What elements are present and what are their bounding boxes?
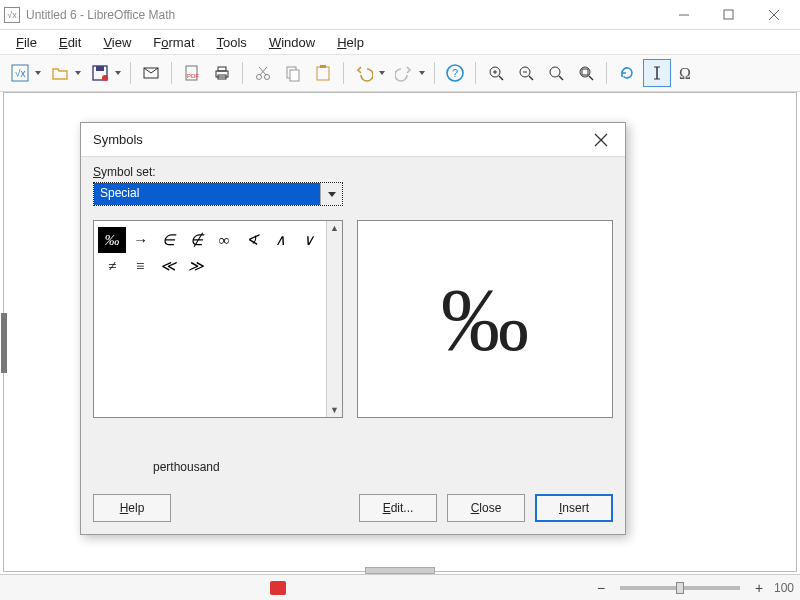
symbol-preview: ‰ (357, 220, 613, 418)
svg-line-31 (559, 76, 563, 80)
splitter-handle[interactable] (365, 567, 435, 574)
svg-point-16 (265, 75, 270, 80)
symbol-notequal[interactable]: ≠ (98, 253, 126, 279)
zoom-in-button[interactable] (482, 59, 510, 87)
cut-icon (254, 64, 272, 82)
symbol-grid-scrollbar[interactable]: ▲ ▼ (326, 221, 342, 417)
symbol-and[interactable]: ∧ (266, 227, 294, 253)
dialog-close-button[interactable] (589, 128, 613, 152)
scroll-up-icon: ▲ (330, 221, 339, 235)
redo-button[interactable] (390, 59, 428, 87)
symbol-element[interactable]: ∈ (154, 227, 182, 253)
help-button[interactable]: ? (441, 59, 469, 87)
menu-tools[interactable]: Tools (207, 32, 257, 53)
svg-text:√x: √x (15, 68, 26, 79)
help-button[interactable]: Help (93, 494, 171, 522)
export-pdf-button[interactable]: PDF (178, 59, 206, 87)
zoom-value[interactable]: 100 (774, 581, 794, 595)
symbol-set-value: Special (94, 183, 320, 205)
zoom-slider[interactable] (620, 586, 740, 590)
zoom-out-icon (517, 64, 535, 82)
dialog-titlebar: Symbols (81, 123, 625, 157)
undo-button[interactable] (350, 59, 388, 87)
folder-open-icon (51, 64, 69, 82)
svg-line-28 (529, 76, 533, 80)
copy-button[interactable] (279, 59, 307, 87)
svg-line-24 (499, 76, 503, 80)
zoom-in-status-button[interactable]: + (752, 580, 766, 596)
mail-icon (142, 64, 160, 82)
symbol-set-label: Symbol set: (93, 165, 613, 179)
symbol-set-combo[interactable]: Special (93, 182, 343, 206)
help-icon: ? (445, 63, 465, 83)
zoom-100-button[interactable] (542, 59, 570, 87)
insert-button[interactable]: Insert (535, 494, 613, 522)
zoom-out-button[interactable] (512, 59, 540, 87)
toolbar-separator (343, 62, 344, 84)
symbol-tendto[interactable]: → (126, 227, 154, 253)
refresh-button[interactable] (613, 59, 641, 87)
app-icon: √x (4, 7, 20, 23)
zoom-fit-button[interactable] (572, 59, 600, 87)
scroll-down-icon: ▼ (330, 403, 339, 417)
svg-rect-7 (96, 66, 104, 71)
status-bar: − + 100 (0, 574, 800, 600)
svg-rect-34 (582, 69, 588, 75)
combo-dropdown-button[interactable] (320, 183, 342, 205)
symbols-dialog: Symbols Symbol set: Special ‰→∈∉∞∢∧∨≠≡≪≫… (80, 122, 626, 535)
new-button[interactable]: √x (6, 59, 44, 87)
redo-icon (395, 64, 413, 82)
paste-button[interactable] (309, 59, 337, 87)
symbol-or[interactable]: ∨ (294, 227, 322, 253)
close-icon (768, 9, 780, 21)
zoom-in-icon (487, 64, 505, 82)
menu-view[interactable]: View (93, 32, 141, 53)
menu-format[interactable]: Format (143, 32, 204, 53)
toolbar-separator (242, 62, 243, 84)
window-minimize-button[interactable] (661, 0, 706, 30)
menu-file[interactable]: File (6, 32, 47, 53)
symbol-noelement[interactable]: ∉ (182, 227, 210, 253)
copy-icon (284, 64, 302, 82)
omega-icon: Ω (677, 64, 697, 82)
formula-cursor-button[interactable] (643, 59, 671, 87)
window-maximize-button[interactable] (706, 0, 751, 30)
symbol-angle[interactable]: ∢ (238, 227, 266, 253)
symbol-identical[interactable]: ≡ (126, 253, 154, 279)
svg-text:Ω: Ω (679, 65, 691, 82)
svg-rect-1 (724, 10, 733, 19)
svg-line-33 (589, 76, 593, 80)
print-button[interactable] (208, 59, 236, 87)
svg-point-8 (102, 75, 108, 81)
symbol-strictlygreaterthan[interactable]: ≫ (182, 253, 210, 279)
mail-button[interactable] (137, 59, 165, 87)
symbol-strictlylessthan[interactable]: ≪ (154, 253, 182, 279)
sidebar-handle[interactable] (1, 313, 7, 373)
save-button[interactable] (86, 59, 124, 87)
menu-bar: File Edit View Format Tools Window Help (0, 30, 800, 54)
refresh-icon (618, 64, 636, 82)
menu-edit[interactable]: Edit (49, 32, 91, 53)
toolbar-separator (475, 62, 476, 84)
open-button[interactable] (46, 59, 84, 87)
standard-toolbar: √x PDF ? (0, 54, 800, 92)
zoom-out-status-button[interactable]: − (594, 580, 608, 596)
cut-button[interactable] (249, 59, 277, 87)
edit-button[interactable]: Edit... (359, 494, 437, 522)
undo-icon (355, 64, 373, 82)
menu-help[interactable]: Help (327, 32, 374, 53)
menu-window[interactable]: Window (259, 32, 325, 53)
window-close-button[interactable] (751, 0, 796, 30)
status-modified-icon[interactable] (270, 581, 286, 595)
svg-text:PDF: PDF (187, 73, 199, 79)
toolbar-separator (434, 62, 435, 84)
pdf-icon: PDF (183, 64, 201, 82)
window-title: Untitled 6 - LibreOffice Math (26, 8, 175, 22)
save-icon (91, 64, 109, 82)
symbols-button[interactable]: Ω (673, 59, 701, 87)
close-icon (594, 133, 608, 147)
symbol-perthousand[interactable]: ‰ (98, 227, 126, 253)
symbol-infinite[interactable]: ∞ (210, 227, 238, 253)
close-button[interactable]: Close (447, 494, 525, 522)
zoom-fit-icon (577, 64, 595, 82)
